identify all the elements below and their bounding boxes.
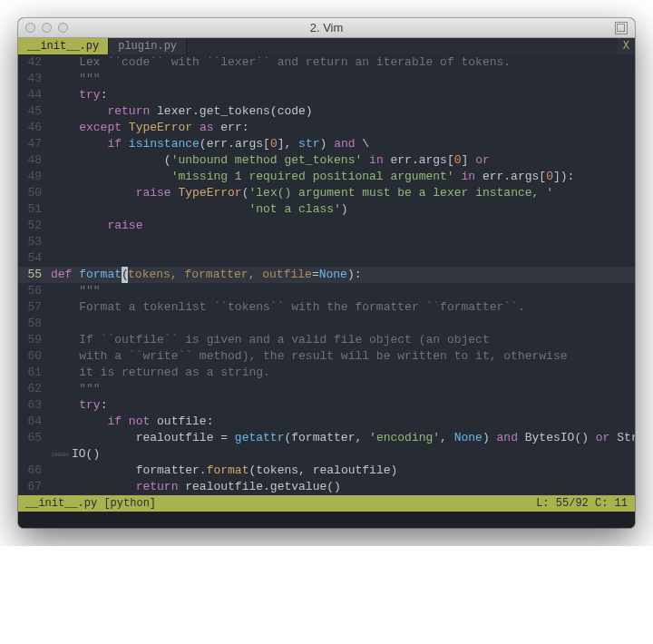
close-light[interactable] (25, 23, 35, 33)
code-content: return lexer.get_tokens(code) (47, 103, 635, 120)
code-content: return realoutfile.getvalue() (47, 479, 635, 495)
code-content: def format(tokens, formatter, outfile=No… (47, 267, 635, 283)
minimize-light[interactable] (42, 23, 52, 33)
line-number: 63 (18, 397, 47, 414)
code-line[interactable]: 62 """ (18, 381, 635, 397)
line-number: 49 (18, 169, 47, 185)
line-number: 50 (18, 185, 47, 201)
code-line[interactable]: 65 realoutfile = getattr(formatter, 'enc… (18, 430, 635, 446)
code-line[interactable]: 49 'missing 1 required positional argume… (18, 169, 635, 185)
code-content: it is returned as a string. (47, 365, 635, 381)
line-number: 45 (18, 103, 47, 120)
line-number: 56 (18, 283, 47, 299)
code-line[interactable]: 50 raise TypeError('lex() argument must … (18, 185, 635, 201)
line-number: 53 (18, 234, 47, 250)
line-number: 67 (18, 479, 47, 495)
code-content: """ (47, 283, 635, 299)
code-content: »»»» IO() (47, 446, 635, 463)
code-content: raise TypeError('lex() argument must be … (47, 185, 635, 201)
code-line[interactable]: 56 """ (18, 283, 635, 299)
code-content: if not outfile: (47, 414, 635, 430)
code-content: If ``outfile`` is given and a valid file… (47, 332, 635, 348)
code-line[interactable]: 67 return realoutfile.getvalue() (18, 479, 635, 495)
code-content: raise (47, 218, 635, 234)
editor-viewport[interactable]: 42 Lex ``code`` with ``lexer`` and retur… (18, 54, 635, 495)
maximize-icon[interactable] (615, 22, 628, 34)
tabbar: __init__.py plugin.py X (18, 38, 635, 54)
code-content: 'not a class') (47, 201, 635, 218)
line-number: 42 (18, 54, 47, 71)
tab-close-button[interactable]: X (618, 38, 635, 54)
line-number: 54 (18, 250, 47, 267)
line-number: 44 (18, 87, 47, 103)
line-number: 64 (18, 414, 47, 430)
line-number: 58 (18, 316, 47, 332)
line-number: 46 (18, 120, 47, 136)
code-content (47, 234, 635, 250)
traffic-lights (25, 23, 68, 33)
code-line[interactable]: 63 try: (18, 397, 635, 414)
code-line[interactable]: 45 return lexer.get_tokens(code) (18, 103, 635, 120)
line-number: 62 (18, 381, 47, 397)
code-line[interactable]: 54 (18, 250, 635, 267)
code-line[interactable]: 60 with a ``write`` method), the result … (18, 348, 635, 365)
code-line[interactable]: 66 formatter.format(tokens, realoutfile) (18, 463, 635, 479)
line-number: 55 (18, 267, 47, 283)
wrap-indicator-icon: »»»» (51, 449, 72, 460)
line-number: 51 (18, 201, 47, 218)
code-line[interactable]: 43 """ (18, 71, 635, 87)
status-position: L: 55/92 C: 11 (536, 497, 628, 510)
tab-plugin-py[interactable]: plugin.py (109, 38, 187, 54)
code-content: 'missing 1 required positional argument'… (47, 169, 635, 185)
code-line[interactable]: 55def format(tokens, formatter, outfile=… (18, 267, 635, 283)
code-content: Lex ``code`` with ``lexer`` and return a… (47, 54, 635, 71)
window-title: 2. Vim (18, 21, 635, 34)
line-number: 65 (18, 430, 47, 446)
window-titlebar[interactable]: 2. Vim (18, 18, 635, 38)
line-number: 52 (18, 218, 47, 234)
code-line[interactable]: 47 if isinstance(err.args[0], str) and \ (18, 136, 635, 152)
text-cursor: ( (122, 267, 128, 283)
code-content: Format a tokenlist ``tokens`` with the f… (47, 299, 635, 316)
tab-init-py[interactable]: __init__.py (18, 38, 109, 54)
code-line[interactable]: 64 if not outfile: (18, 414, 635, 430)
code-line[interactable]: 61 it is returned as a string. (18, 365, 635, 381)
code-content (47, 316, 635, 332)
line-number: 61 (18, 365, 47, 381)
zoom-light[interactable] (58, 23, 68, 33)
status-filename: __init__.py [python] (25, 497, 156, 510)
code-line[interactable]: 53 (18, 234, 635, 250)
code-line[interactable]: 48 ('unbound method get_tokens' in err.a… (18, 152, 635, 169)
code-line[interactable]: 44 try: (18, 87, 635, 103)
line-number: 59 (18, 332, 47, 348)
code-line[interactable]: 51 'not a class') (18, 201, 635, 218)
code-line[interactable]: 42 Lex ``code`` with ``lexer`` and retur… (18, 54, 635, 71)
code-content: try: (47, 87, 635, 103)
code-line[interactable]: 59 If ``outfile`` is given and a valid f… (18, 332, 635, 348)
line-number: 66 (18, 463, 47, 479)
code-content: ('unbound method get_tokens' in err.args… (47, 152, 635, 169)
code-content: formatter.format(tokens, realoutfile) (47, 463, 635, 479)
code-content: try: (47, 397, 635, 414)
code-content: with a ``write`` method), the result wil… (47, 348, 635, 365)
line-number: 43 (18, 71, 47, 87)
line-number: 47 (18, 136, 47, 152)
code-content (47, 250, 635, 267)
line-number: 48 (18, 152, 47, 169)
code-line[interactable]: 52 raise (18, 218, 635, 234)
code-content: """ (47, 71, 635, 87)
code-content: realoutfile = getattr(formatter, 'encodi… (47, 430, 635, 446)
code-content: if isinstance(err.args[0], str) and \ (47, 136, 635, 152)
line-number: 60 (18, 348, 47, 365)
line-number: 57 (18, 299, 47, 316)
code-line[interactable]: »»»» IO() (18, 446, 635, 463)
code-line[interactable]: 57 Format a tokenlist ``tokens`` with th… (18, 299, 635, 316)
line-number (18, 446, 47, 463)
statusbar: __init__.py [python] L: 55/92 C: 11 (18, 495, 635, 512)
command-line[interactable] (18, 512, 635, 528)
code-content: """ (47, 381, 635, 397)
code-line[interactable]: 58 (18, 316, 635, 332)
code-content: except TypeError as err: (47, 120, 635, 136)
terminal-window: 2. Vim __init__.py plugin.py X 42 Lex ``… (18, 18, 635, 528)
code-line[interactable]: 46 except TypeError as err: (18, 120, 635, 136)
